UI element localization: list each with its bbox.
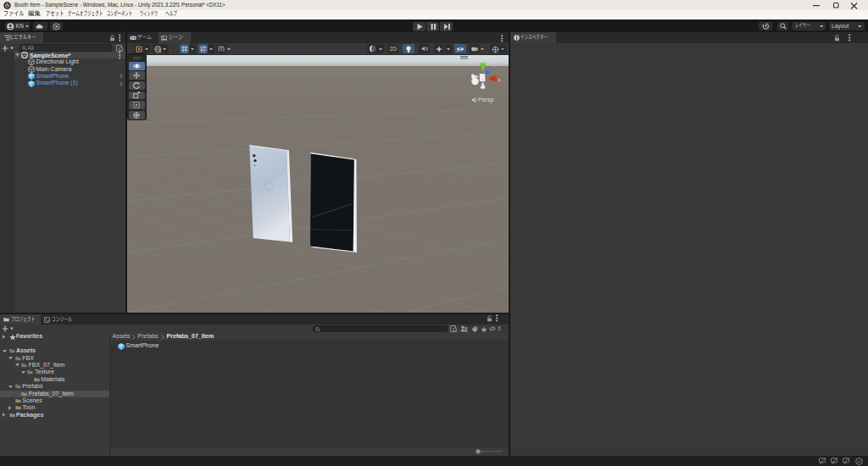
svg-text:x: x (498, 77, 501, 82)
